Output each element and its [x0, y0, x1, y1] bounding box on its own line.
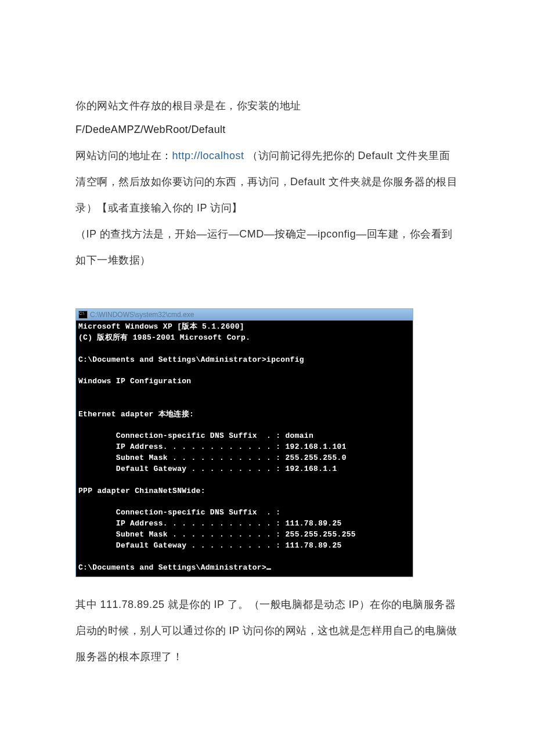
install-path: F/DedeAMPZ/WebRoot/Default	[75, 124, 459, 136]
paragraph-conclusion: 其中 111.78.89.25 就是你的 IP 了。（一般电脑都是动态 IP）在…	[75, 592, 459, 670]
cmd-line: Subnet Mask . . . . . . . . . . . : 255.…	[78, 530, 356, 539]
cmd-window: C:\WINDOWS\system32\cmd.exe Microsoft Wi…	[75, 308, 413, 577]
cmd-line: Default Gateway . . . . . . . . . : 111.…	[78, 541, 342, 550]
cmd-line: Microsoft Windows XP [版本 5.1.2600]	[78, 322, 244, 331]
document-page: 你的网站文件存放的根目录是在，你安装的地址 F/DedeAMPZ/WebRoot…	[0, 0, 534, 717]
cmd-line: PPP adapter ChinaNetSNWide:	[78, 487, 205, 495]
cmd-line: Connection-specific DNS Suffix . : domai…	[78, 431, 313, 440]
cmd-line: C:\Documents and Settings\Administrator>…	[78, 355, 304, 364]
cmd-icon	[78, 311, 88, 319]
cmd-line: Ethernet adapter 本地连接:	[78, 410, 194, 419]
cmd-line: (C) 版权所有 1985-2001 Microsoft Corp.	[78, 333, 250, 342]
paragraph-ipconfig: （IP 的查找方法是，开始—运行—CMD—按确定—ipconfig—回车建，你会…	[75, 221, 459, 273]
cmd-line: Connection-specific DNS Suffix . :	[78, 508, 280, 517]
cmd-line: Subnet Mask . . . . . . . . . . . : 255.…	[78, 453, 347, 462]
cmd-cursor	[266, 568, 271, 570]
cmd-titlebar: C:\WINDOWS\system32\cmd.exe	[76, 309, 413, 321]
cmd-line: Default Gateway . . . . . . . . . : 192.…	[78, 465, 337, 473]
paragraph-access: 网站访问的地址在：http://localhost （访问前记得先把你的 Def…	[75, 143, 459, 221]
cmd-prompt: C:\Documents and Settings\Administrator>	[78, 563, 266, 572]
cmd-line: IP Address. . . . . . . . . . . . : 111.…	[78, 519, 342, 528]
cmd-line: IP Address. . . . . . . . . . . . : 192.…	[78, 442, 347, 451]
cmd-title-text: C:\WINDOWS\system32\cmd.exe	[90, 311, 194, 319]
text-before-link: 网站访问的地址在：	[75, 150, 172, 161]
cmd-body: Microsoft Windows XP [版本 5.1.2600] (C) 版…	[76, 321, 413, 577]
localhost-link[interactable]: http://localhost	[172, 150, 244, 161]
paragraph-intro: 你的网站文件存放的根目录是在，你安装的地址	[75, 93, 459, 119]
cmd-line: Windows IP Configuration	[78, 377, 191, 386]
